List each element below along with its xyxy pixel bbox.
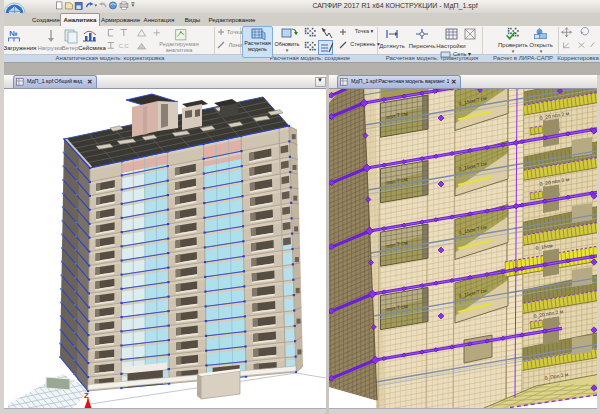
svg-text:№: № <box>10 29 18 38</box>
svg-text:C,C: C,C <box>119 43 129 49</box>
